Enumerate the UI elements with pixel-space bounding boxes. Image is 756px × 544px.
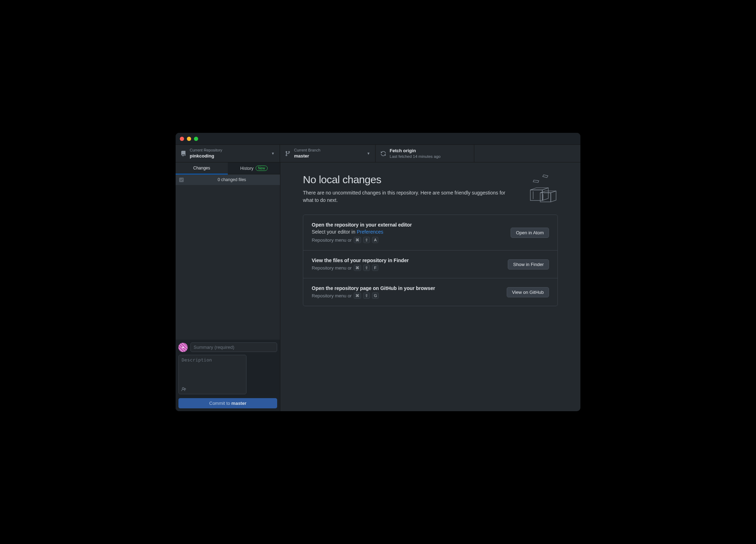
card-hint: Repository menu or ⌘ ⇧ G [312,292,500,299]
view-on-github-button[interactable]: View on GitHub [507,287,549,297]
changes-header: 0 changed files [176,174,280,185]
key-letter: G [372,292,379,299]
select-all-checkbox[interactable] [179,178,184,182]
commit-button-prefix: Commit to [209,401,231,406]
card-title: Open the repository in your external edi… [312,222,504,228]
new-badge: New [256,166,268,171]
tab-history-label: History [240,166,253,171]
card-view-github: Open the repository page on GitHub in yo… [303,278,557,306]
fetch-button[interactable]: Fetch origin Last fetched 14 minutes ago [376,145,474,162]
sidebar-tabs: Changes History New [176,162,280,174]
branch-label: Current Branch [294,148,363,153]
fetch-sub: Last fetched 14 minutes ago [390,154,469,160]
repo-icon [181,151,186,156]
open-in-atom-button[interactable]: Open in Atom [511,228,549,238]
card-title: View the files of your repository in Fin… [312,258,501,263]
key-cmd: ⌘ [354,237,361,243]
tab-changes-label: Changes [193,166,210,171]
suggestion-cards: Open the repository in your external edi… [303,215,558,306]
commit-form: Commit to master [176,340,280,411]
card-hint: Repository menu or ⌘ ⇧ A [312,237,504,243]
commit-button-branch: master [231,401,246,406]
avatar [178,343,188,352]
preferences-link[interactable]: Preferences [357,229,383,235]
tab-changes[interactable]: Changes [176,162,228,174]
add-coauthor-icon[interactable] [181,387,187,393]
card-hint: Repository menu or ⌘ ⇧ F [312,265,501,271]
key-cmd: ⌘ [354,265,361,271]
fetch-label: Fetch origin [390,148,469,154]
card-line: Select your editor in Preferences [312,229,504,235]
card-title: Open the repository page on GitHub in yo… [312,285,500,291]
empty-boxes-illustration [526,174,558,205]
app-window: Current Repository pinkcoding ▼ Current … [176,133,580,411]
toolbar: Current Repository pinkcoding ▼ Current … [176,145,580,162]
repo-value: pinkcoding [190,153,268,159]
branch-selector[interactable]: Current Branch master ▼ [280,145,376,162]
key-letter: A [372,237,378,243]
key-shift: ⇧ [363,265,370,271]
description-input[interactable] [178,355,246,394]
commit-button[interactable]: Commit to master [178,398,277,408]
repo-selector[interactable]: Current Repository pinkcoding ▼ [176,145,280,162]
svg-rect-0 [530,190,542,200]
titlebar [176,133,580,145]
tab-history[interactable]: History New [228,162,280,174]
chevron-down-icon: ▼ [271,152,275,155]
close-icon[interactable] [180,137,184,141]
minimize-icon[interactable] [187,137,191,141]
page-title: No local changes [303,174,516,186]
changes-list [176,185,280,340]
card-show-finder: View the files of your repository in Fin… [303,251,557,278]
changes-count: 0 changed files [187,177,276,182]
key-cmd: ⌘ [354,292,361,299]
maximize-icon[interactable] [194,137,198,141]
key-shift: ⇧ [363,237,370,243]
chevron-down-icon: ▼ [367,152,370,155]
summary-input[interactable] [190,342,277,352]
key-shift: ⇧ [363,292,370,299]
sidebar: Changes History New 0 changed files [176,162,280,411]
main-pane: No local changes There are no uncommitte… [280,162,580,411]
page-subtitle: There are no uncommitted changes in this… [303,189,516,204]
card-open-editor: Open the repository in your external edi… [303,215,557,251]
sync-icon [380,151,386,156]
body: Changes History New 0 changed files [176,162,580,411]
branch-value: master [294,153,363,159]
hero: No local changes There are no uncommitte… [303,174,558,205]
key-letter: F [372,265,378,271]
branch-icon [285,151,291,156]
repo-label: Current Repository [190,148,268,153]
show-in-finder-button[interactable]: Show in Finder [508,259,549,270]
